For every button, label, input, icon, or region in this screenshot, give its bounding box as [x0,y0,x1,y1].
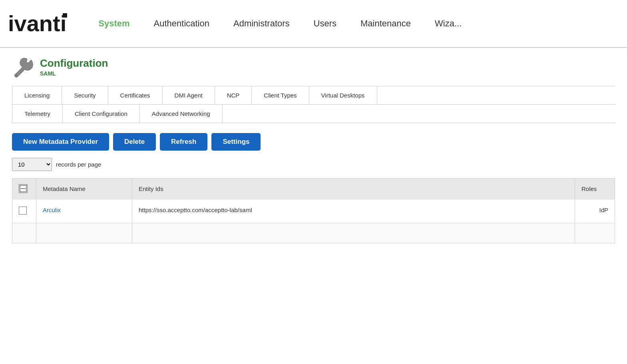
new-metadata-provider-button[interactable]: New Metadata Provider [12,133,109,151]
tabs-row-1: Licensing Security Certificates DMI Agen… [12,86,615,104]
page-title-block: Configuration SAML [40,57,108,77]
header: ivanti System Authentication Administrat… [0,0,627,48]
table-header-checkbox [12,179,36,199]
tab-dmi-agent[interactable]: DMI Agent [163,86,215,104]
nav-item-maintenance[interactable]: Maintenance [348,18,423,29]
toolbar: New Metadata Provider Delete Refresh Set… [12,133,615,151]
table-empty-row [12,223,615,243]
row-roles-cell: IdP [575,199,615,223]
nav-item-administrators[interactable]: Administrators [221,18,302,29]
tab-licensing[interactable]: Licensing [12,86,62,104]
nav-item-users[interactable]: Users [302,18,348,29]
svg-point-0 [15,74,18,77]
metadata-table: Metadata Name Entity Ids Roles Arculix h… [12,178,615,243]
page-title: Configuration [40,57,108,70]
tab-client-types[interactable]: Client Types [252,86,309,104]
records-per-page-label: records per page [56,161,101,168]
configuration-icon [12,56,34,78]
empty-cell-2 [36,223,132,243]
table-row: Arculix https://sso.acceptto.com/acceptt… [12,199,615,223]
records-per-page-select[interactable]: 10 25 50 100 [12,158,52,171]
tab-telemetry[interactable]: Telemetry [12,105,63,123]
table-header-metadata-name: Metadata Name [36,179,132,199]
tab-ncp[interactable]: NCP [215,86,252,104]
tab-virtual-desktops[interactable]: Virtual Desktops [309,86,377,104]
empty-cell-4 [575,223,615,243]
select-all-icon[interactable] [19,184,28,193]
page-subtitle: SAML [40,70,108,77]
table-header-roles: Roles [575,179,615,199]
row-entity-ids-cell: https://sso.acceptto.com/acceptto-lab/sa… [132,199,575,223]
tab-advanced-networking[interactable]: Advanced Networking [140,105,223,123]
logo-text: ivanti [8,12,66,35]
page-header: Configuration SAML [12,56,615,78]
refresh-button[interactable]: Refresh [160,133,207,151]
table-header-entity-ids: Entity Ids [132,179,575,199]
tab-client-configuration[interactable]: Client Configuration [63,105,140,123]
table-header-row: Metadata Name Entity Ids Roles [12,179,615,199]
arculix-link[interactable]: Arculix [43,207,61,213]
row-checkbox[interactable] [19,207,27,215]
row-metadata-name-cell: Arculix [36,199,132,223]
nav-item-wizard[interactable]: Wiza... [423,18,474,29]
delete-button[interactable]: Delete [113,133,156,151]
empty-cell-3 [132,223,575,243]
empty-cell-1 [12,223,36,243]
tabs-container: Licensing Security Certificates DMI Agen… [12,86,615,123]
logo: ivanti [8,12,86,35]
tabs-row-2: Telemetry Client Configuration Advanced … [12,104,615,123]
tab-certificates[interactable]: Certificates [108,86,163,104]
nav-item-authentication[interactable]: Authentication [142,18,221,29]
records-per-page-row: 10 25 50 100 records per page [12,158,615,171]
settings-button[interactable]: Settings [211,133,261,151]
logo-accent-dot [63,13,67,18]
main-nav: System Authentication Administrators Use… [86,18,474,29]
row-checkbox-cell [12,199,36,223]
nav-item-system[interactable]: System [86,18,141,29]
page-content: Configuration SAML Licensing Security Ce… [0,48,627,251]
tab-security[interactable]: Security [62,86,108,104]
